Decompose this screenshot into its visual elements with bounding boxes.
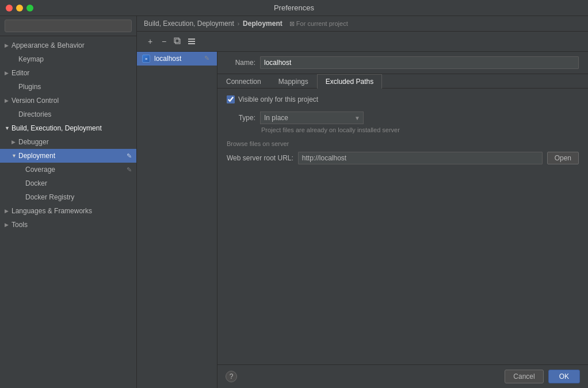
name-row: Name:	[217, 52, 588, 74]
sidebar-item-label: Debugger	[18, 136, 49, 148]
tabs-bar: Connection Mappings Excluded Paths	[217, 74, 588, 89]
type-select-wrapper: In place ▼	[260, 112, 364, 124]
toolbar: + −	[137, 32, 588, 52]
type-select[interactable]: In place	[260, 112, 364, 124]
sidebar-item-label: Plugins	[18, 81, 41, 93]
move-button[interactable]	[185, 35, 198, 48]
sidebar-item-label: Directories	[18, 109, 51, 120]
window-title: Preferences	[274, 3, 314, 12]
minimize-button[interactable]	[16, 5, 23, 11]
sidebar-item-editor[interactable]: ▶ Editor	[0, 66, 136, 80]
checkbox-row: Visible only for this project	[227, 95, 579, 103]
server-name: localhost	[154, 55, 181, 63]
breadcrumb-path1: Build, Execution, Deployment	[144, 20, 234, 28]
window-controls[interactable]	[6, 5, 33, 11]
sidebar-item-languages[interactable]: ▶ Languages & Frameworks	[0, 204, 136, 218]
sidebar-tree: ▶ Appearance & Behavior Keymap ▶ Editor …	[0, 36, 136, 388]
tab-excluded-paths[interactable]: Excluded Paths	[317, 74, 382, 89]
sidebar-item-build[interactable]: ▼ Build, Execution, Deployment	[0, 121, 136, 135]
sidebar: ▶ Appearance & Behavior Keymap ▶ Editor …	[0, 16, 137, 388]
sidebar-item-label: Deployment	[18, 150, 55, 162]
search-input[interactable]	[5, 20, 132, 32]
copy-button[interactable]	[171, 35, 184, 48]
titlebar: Preferences	[0, 0, 588, 16]
sidebar-item-label: Docker	[25, 178, 47, 189]
search-bar[interactable]	[0, 16, 136, 36]
sidebar-item-label: Tools	[12, 219, 28, 231]
bottom-left: ?	[226, 371, 237, 382]
help-button[interactable]: ?	[226, 371, 237, 382]
checkbox-label: Visible only for this project	[238, 95, 318, 103]
server-icon-img: ≡	[142, 55, 150, 63]
ok-button[interactable]: OK	[548, 370, 580, 383]
config-icon: ✎	[127, 164, 132, 175]
sidebar-item-keymap[interactable]: Keymap	[0, 52, 136, 66]
cancel-button[interactable]: Cancel	[505, 370, 543, 383]
tab-mappings[interactable]: Mappings	[270, 74, 317, 89]
breadcrumb-path2: Deployment	[243, 20, 282, 28]
sidebar-item-tools[interactable]: ▶ Tools	[0, 218, 136, 232]
content-area: Build, Execution, Deployment › Deploymen…	[137, 16, 588, 388]
svg-rect-2	[188, 39, 195, 40]
svg-rect-1	[174, 38, 179, 43]
sidebar-item-directories[interactable]: Directories	[0, 107, 136, 121]
split-area: ≡ localhost ✎ Name: Connection Mappin	[137, 52, 588, 388]
svg-rect-3	[188, 41, 195, 42]
url-row: Web server root URL: Open	[227, 152, 579, 164]
sidebar-item-deployment[interactable]: ▼ Deployment ✎	[0, 149, 136, 163]
maximize-button[interactable]	[26, 5, 33, 11]
type-row: Type: In place ▼	[227, 112, 579, 124]
sidebar-item-version-control[interactable]: ▶ Version Control	[0, 94, 136, 107]
arrow-icon: ▶	[5, 219, 12, 231]
right-panel: Name: Connection Mappings Excluded Paths…	[217, 52, 588, 388]
visible-only-checkbox[interactable]	[227, 95, 235, 103]
server-list-panel: ≡ localhost ✎	[137, 52, 217, 388]
server-edit-icon: ✎	[204, 55, 212, 63]
main-layout: ▶ Appearance & Behavior Keymap ▶ Editor …	[0, 16, 588, 388]
sidebar-item-debugger[interactable]: ▶ Debugger	[0, 135, 136, 149]
move-icon	[188, 37, 196, 45]
arrow-icon: ▶	[5, 205, 12, 217]
sidebar-item-plugins[interactable]: Plugins	[0, 80, 136, 94]
type-hint: Project files are already on locally ins…	[261, 126, 579, 133]
close-button[interactable]	[6, 5, 13, 11]
sidebar-item-label: Coverage	[25, 164, 55, 175]
arrow-icon: ▼	[12, 150, 18, 162]
name-input[interactable]	[260, 56, 579, 69]
tab-content: Visible only for this project Type: In p…	[217, 89, 588, 364]
browse-section-label: Browse files on server	[227, 140, 579, 147]
remove-button[interactable]: −	[158, 35, 170, 48]
edit-config-icon: ✎	[127, 150, 132, 162]
sidebar-item-label: Editor	[12, 67, 29, 79]
type-label: Type:	[227, 114, 255, 122]
sidebar-item-label: Languages & Frameworks	[12, 205, 92, 217]
tab-connection[interactable]: Connection	[217, 74, 270, 89]
copy-icon	[174, 37, 182, 45]
sidebar-item-label: Docker Registry	[25, 191, 74, 203]
name-label: Name:	[227, 59, 255, 67]
sidebar-item-label: Version Control	[12, 95, 59, 106]
bottom-bar: ? Cancel OK	[217, 364, 588, 388]
arrow-icon: ▶	[5, 40, 12, 51]
sidebar-item-docker[interactable]: Docker	[0, 176, 136, 190]
sidebar-item-label: Appearance & Behavior	[12, 40, 85, 51]
open-button[interactable]: Open	[547, 152, 579, 164]
arrow-icon: ▶	[12, 136, 18, 148]
breadcrumb-arrow: ›	[238, 21, 239, 27]
arrow-icon: ▼	[5, 122, 12, 134]
arrow-icon: ▶	[5, 95, 12, 106]
sidebar-item-label: Keymap	[18, 53, 44, 65]
server-icon-text: ≡	[145, 57, 147, 61]
breadcrumb-project: ⊠ For current project	[289, 20, 348, 28]
server-icon: ≡	[142, 54, 151, 63]
url-input[interactable]	[298, 152, 543, 164]
sidebar-item-docker-registry[interactable]: Docker Registry	[0, 190, 136, 204]
sidebar-item-label: Build, Execution, Deployment	[12, 122, 102, 134]
server-item-localhost[interactable]: ≡ localhost ✎	[137, 52, 217, 66]
svg-rect-0	[175, 39, 180, 44]
sidebar-item-appearance[interactable]: ▶ Appearance & Behavior	[0, 39, 136, 52]
url-label: Web server root URL:	[227, 154, 293, 162]
breadcrumb: Build, Execution, Deployment › Deploymen…	[137, 16, 588, 32]
add-button[interactable]: +	[144, 35, 156, 48]
sidebar-item-coverage[interactable]: Coverage ✎	[0, 163, 136, 176]
